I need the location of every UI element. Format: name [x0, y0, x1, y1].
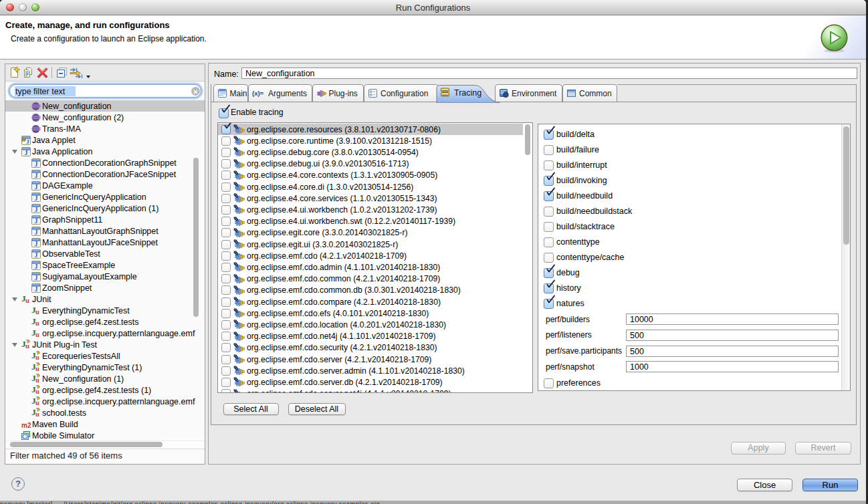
svg-text:J: J	[25, 149, 28, 156]
svg-text:J: J	[35, 206, 38, 213]
svg-text:J: J	[35, 229, 38, 236]
svg-text:J: J	[35, 251, 38, 259]
svg-text:J: J	[35, 183, 38, 191]
svg-text:J: J	[35, 195, 38, 202]
svg-text:J: J	[35, 240, 38, 247]
svg-text:J: J	[26, 138, 29, 145]
svg-text:u: u	[35, 331, 39, 338]
svg-text:m2: m2	[21, 422, 31, 429]
svg-text:J: J	[35, 285, 38, 293]
svg-text:u: u	[25, 297, 29, 304]
svg-text:u: u	[35, 308, 39, 316]
svg-text:J: J	[35, 217, 38, 225]
svg-text:u: u	[35, 320, 39, 327]
svg-text:J: J	[35, 263, 38, 270]
svg-text:J: J	[35, 172, 38, 179]
svg-text:J: J	[35, 274, 38, 281]
svg-text:(x)=: (x)=	[252, 90, 264, 97]
svg-text:J: J	[35, 160, 38, 168]
